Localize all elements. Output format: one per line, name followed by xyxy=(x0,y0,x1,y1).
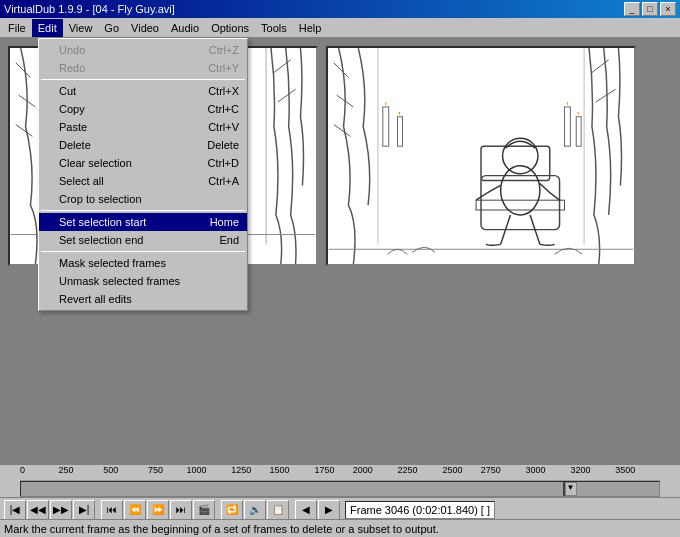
menu-options[interactable]: Options xyxy=(205,19,255,37)
frame-sketch-right xyxy=(328,48,634,264)
menu-unmask-selected-frames[interactable]: Unmask selected frames xyxy=(39,272,247,290)
frame-display: Frame 3046 (0:02:01.840) [ ] xyxy=(345,501,495,519)
menu-select-all[interactable]: Select all Ctrl+A xyxy=(39,172,247,190)
minimize-button[interactable]: _ xyxy=(624,2,640,16)
menu-help[interactable]: Help xyxy=(293,19,328,37)
ruler-label-0: 0 xyxy=(20,465,25,475)
btn-extra[interactable]: 📋 xyxy=(267,500,289,520)
timeline-handle-start[interactable]: ▼ xyxy=(565,482,577,496)
ruler-label-3200: 3200 xyxy=(570,465,590,475)
menu-redo[interactable]: Redo Ctrl+Y xyxy=(39,59,247,77)
ruler-label-1000: 1000 xyxy=(186,465,206,475)
menu-video[interactable]: Video xyxy=(125,19,165,37)
menu-delete[interactable]: Delete Delete xyxy=(39,136,247,154)
separator-3 xyxy=(41,251,245,252)
menu-crop-to-selection[interactable]: Crop to selection xyxy=(39,190,247,208)
menu-revert-all-edits[interactable]: Revert all edits xyxy=(39,290,247,308)
menu-view[interactable]: View xyxy=(63,19,99,37)
menu-set-selection-end[interactable]: Set selection end End xyxy=(39,231,247,249)
ruler-label-750: 750 xyxy=(148,465,163,475)
edit-dropdown-menu: Undo Ctrl+Z Redo Ctrl+Y Cut Ctrl+X Copy … xyxy=(38,38,248,311)
menu-go[interactable]: Go xyxy=(98,19,125,37)
titlebar-title: VirtualDub 1.9.9 - [04 - Fly Guy.avi] xyxy=(4,3,175,15)
btn-loop[interactable]: 🔁 xyxy=(221,500,243,520)
menu-tools[interactable]: Tools xyxy=(255,19,293,37)
ruler-label-1750: 1750 xyxy=(314,465,334,475)
menu-file[interactable]: File xyxy=(2,19,32,37)
maximize-button[interactable]: □ xyxy=(642,2,658,16)
btn-prev-nav[interactable]: ◀ xyxy=(295,500,317,520)
btn-step-fwd[interactable]: ⏩ xyxy=(147,500,169,520)
statusbar-text: Mark the current frame as the beginning … xyxy=(4,523,439,535)
btn-skip-back[interactable]: ⏮ xyxy=(101,500,123,520)
menubar: File Edit View Go Video Audio Options To… xyxy=(0,18,680,38)
menu-edit[interactable]: Edit xyxy=(32,19,63,37)
btn-audio[interactable]: 🔊 xyxy=(244,500,266,520)
video-frame-right xyxy=(326,46,636,266)
ruler-label-500: 500 xyxy=(103,465,118,475)
statusbar: Mark the current frame as the beginning … xyxy=(0,519,680,537)
menu-set-selection-start[interactable]: Set selection start Home xyxy=(39,213,247,231)
ruler-label-2500: 2500 xyxy=(442,465,462,475)
menu-clear-selection[interactable]: Clear selection Ctrl+D xyxy=(39,154,247,172)
ruler-label-1250: 1250 xyxy=(231,465,251,475)
btn-go-end[interactable]: ▶| xyxy=(73,500,95,520)
ruler-label-2250: 2250 xyxy=(398,465,418,475)
timeline-track[interactable]: ▼ xyxy=(20,481,660,497)
timeline-area: 0 250 500 750 1000 1250 1500 1750 2000 2… xyxy=(0,463,680,519)
ruler-label-2000: 2000 xyxy=(353,465,373,475)
btn-go-start[interactable]: |◀ xyxy=(4,500,26,520)
btn-step-back[interactable]: ⏪ xyxy=(124,500,146,520)
menu-mask-selected-frames[interactable]: Mask selected frames xyxy=(39,254,247,272)
menu-audio[interactable]: Audio xyxy=(165,19,205,37)
btn-prev-frame[interactable]: ◀◀ xyxy=(27,500,49,520)
ruler-label-2750: 2750 xyxy=(481,465,501,475)
btn-mark-start[interactable]: 🎬 xyxy=(193,500,215,520)
separator-1 xyxy=(41,79,245,80)
separator-2 xyxy=(41,210,245,211)
btn-next-nav[interactable]: ▶ xyxy=(318,500,340,520)
ruler-label-3500: 3500 xyxy=(615,465,635,475)
btn-skip-fwd[interactable]: ⏭ xyxy=(170,500,192,520)
ruler-label-250: 250 xyxy=(58,465,73,475)
ruler-label-1500: 1500 xyxy=(270,465,290,475)
menu-copy[interactable]: Copy Ctrl+C xyxy=(39,100,247,118)
btn-next-frame[interactable]: ▶▶ xyxy=(50,500,72,520)
menu-undo[interactable]: Undo Ctrl+Z xyxy=(39,41,247,59)
titlebar: VirtualDub 1.9.9 - [04 - Fly Guy.avi] _ … xyxy=(0,0,680,18)
titlebar-buttons: _ □ × xyxy=(624,2,676,16)
menu-paste[interactable]: Paste Ctrl+V xyxy=(39,118,247,136)
bottom-toolbar: |◀ ◀◀ ▶▶ ▶| ⏮ ⏪ ⏩ ⏭ 🎬 🔁 🔊 📋 ◀ ▶ Frame 30… xyxy=(0,497,680,521)
timeline-ruler: 0 250 500 750 1000 1250 1500 1750 2000 2… xyxy=(20,465,660,481)
ruler-label-3000: 3000 xyxy=(526,465,546,475)
close-button[interactable]: × xyxy=(660,2,676,16)
menu-cut[interactable]: Cut Ctrl+X xyxy=(39,82,247,100)
